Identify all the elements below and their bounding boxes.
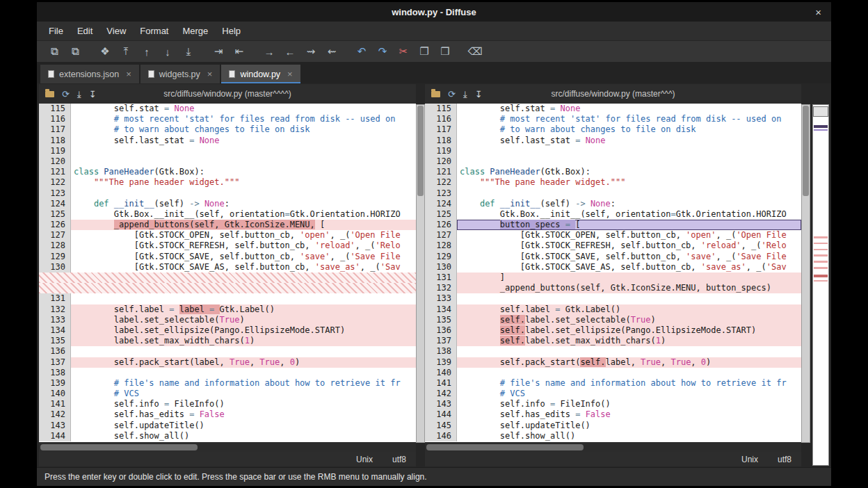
clear-edits-button[interactable]: ⌫ — [465, 43, 485, 60]
tab-close-button[interactable]: × — [287, 69, 293, 79]
code-line-129[interactable]: 129 [Gtk.STOCK_SAVE, self.button_cb, 'sa… — [39, 252, 416, 262]
code-line-139[interactable]: 139 self.pack_start(self.label, True, Tr… — [425, 357, 801, 368]
code-line-117[interactable]: 117 # to warn about changes to file on d… — [39, 124, 416, 135]
code-line-134[interactable]: 134 label.set_ellipsize(Pango.EllipsizeM… — [39, 325, 416, 336]
overview-diff-mark[interactable] — [814, 275, 828, 277]
code-line-126[interactable]: 126 button_specs = [ — [425, 220, 801, 230]
code-line-136[interactable]: 136 — [39, 346, 416, 357]
code-line-132[interactable]: 132 self.label = label = Gtk.Label() — [39, 304, 416, 315]
code-line-121[interactable]: 121class PaneHeader(Gtk.Box): — [39, 167, 416, 177]
overview-diff-mark[interactable] — [814, 125, 828, 128]
code-line-141[interactable]: 141 # file's name and information about … — [425, 378, 801, 389]
code-line-139[interactable]: 139 # file's name and information about … — [39, 378, 416, 389]
tab-widgets-py[interactable]: widgets.py× — [140, 65, 220, 83]
copy-button[interactable]: ❐ — [414, 43, 435, 60]
code-line-124[interactable]: 124 def __init__(self) -> None: — [425, 199, 801, 209]
code-line-137[interactable]: 137 self.pack_start(label, True, True, 0… — [39, 357, 416, 368]
overview-diff-mark[interactable] — [814, 129, 828, 131]
left-vertical-scrollbar-thumb[interactable] — [417, 106, 424, 196]
code-line-144[interactable]: 144 self.has_edits = False — [425, 409, 801, 420]
code-line-119[interactable]: 119 — [425, 146, 801, 156]
code-line-115[interactable]: 115 self.stat = None — [425, 104, 801, 114]
code-line-120[interactable]: 120 — [39, 156, 416, 167]
overview-diff-mark[interactable] — [814, 261, 828, 263]
code-line-133[interactable]: 133 label.set_selectable(True) — [39, 315, 416, 325]
code-line-132[interactable]: 132 _append_buttons(self, Gtk.IconSize.M… — [425, 283, 801, 293]
code-line-131[interactable]: 131 ] — [425, 273, 801, 283]
overview-diff-mark[interactable] — [814, 249, 828, 251]
copy-right-into-selection-button[interactable]: ← — [280, 43, 300, 60]
code-line-135[interactable]: 135 self.label.set_selectable(True) — [425, 315, 801, 325]
right-vertical-scrollbar-thumb[interactable] — [803, 106, 809, 196]
code-line-142[interactable]: 142 self.has_edits = False — [39, 409, 416, 420]
open-file-icon[interactable] — [431, 91, 440, 97]
new-3way-file-merge-button[interactable]: ⧉ — [65, 43, 86, 60]
overview-diff-mark[interactable] — [814, 267, 828, 269]
code-line-125[interactable]: 125 Gtk.Box.__init__(self, orientation=G… — [39, 209, 416, 220]
save-file-as-icon[interactable]: ↧ — [89, 90, 97, 99]
diff-overview-map[interactable] — [812, 104, 829, 466]
overview-diff-mark[interactable] — [814, 236, 828, 238]
code-line-118[interactable]: 118 self.last_stat = None — [39, 136, 416, 146]
overview-diff-mark[interactable] — [814, 254, 828, 257]
reload-file-icon[interactable]: ⟳ — [448, 90, 456, 99]
code-line-116[interactable]: 116 # most recent 'stat' for files read … — [39, 114, 416, 124]
code-line-121[interactable]: 121class PaneHeader(Gtk.Box): — [425, 167, 801, 177]
code-line-142[interactable]: 142 # VCS — [425, 389, 801, 399]
code-line-135[interactable]: 135 label.set_max_width_chars(1) — [39, 336, 416, 346]
code-line-140[interactable]: 140 # VCS — [39, 389, 416, 399]
code-line-136[interactable]: 136 self.label.set_ellipsize(Pango.Ellip… — [425, 325, 801, 336]
code-line-124[interactable]: 124 def __init__(self) -> None: — [39, 199, 416, 209]
code-line-127[interactable]: 127 [Gtk.STOCK_OPEN, self.button_cb, 'op… — [39, 230, 416, 241]
right-horizontal-scrollbar-thumb[interactable] — [426, 444, 584, 450]
menu-merge[interactable]: Merge — [176, 23, 214, 39]
menu-file[interactable]: File — [42, 23, 70, 39]
tab-window-py[interactable]: window.py× — [221, 65, 300, 83]
save-file-as-icon[interactable]: ↧ — [475, 90, 483, 99]
code-line-143[interactable]: 143 self.updateTitle() — [39, 421, 416, 431]
code-line-137[interactable]: 137 self.label.set_max_width_chars(1) — [425, 336, 801, 346]
code-line-116[interactable]: 116 # most recent 'stat' for files read … — [425, 114, 801, 124]
paste-button[interactable]: ❒ — [435, 43, 456, 60]
copy-selection-left-button[interactable]: ⇤ — [229, 43, 250, 60]
code-line-134[interactable]: 134 self.label = Gtk.Label() — [425, 304, 801, 315]
left-horizontal-scrollbar-thumb[interactable] — [40, 444, 198, 450]
code-line-115[interactable]: 115 self.stat = None — [39, 104, 416, 114]
open-file-icon[interactable] — [45, 91, 54, 97]
code-line-130[interactable]: 130 [Gtk.STOCK_SAVE_AS, self.button_cb, … — [39, 262, 416, 273]
diff-gap-row[interactable] — [39, 273, 416, 283]
save-file-icon[interactable]: ⤓ — [77, 90, 81, 99]
code-line-123[interactable]: 123 — [39, 188, 416, 199]
code-line-119[interactable]: 119 — [39, 146, 416, 156]
code-line-123[interactable]: 123 — [425, 188, 801, 199]
realign-all-button[interactable]: ❖ — [95, 43, 115, 60]
code-line-131[interactable]: 131 — [39, 293, 416, 304]
merge-from-right-then-left-button[interactable]: ⇜ — [321, 43, 342, 60]
code-line-117[interactable]: 117 # to warn about changes to file on d… — [425, 124, 801, 135]
copy-selection-right-button[interactable]: ⇥ — [208, 43, 229, 60]
last-difference-button[interactable]: ⤓ — [178, 43, 199, 60]
save-file-icon[interactable]: ⤓ — [463, 90, 467, 99]
left-vertical-scrollbar[interactable] — [416, 104, 425, 443]
code-line-126[interactable]: 126 _append_buttons(self, Gtk.IconSize.M… — [39, 220, 416, 230]
next-difference-button[interactable]: ↓ — [157, 43, 178, 60]
copy-left-into-selection-button[interactable]: → — [259, 43, 280, 60]
code-line-130[interactable]: 130 [Gtk.STOCK_SAVE_AS, self.button_cb, … — [425, 262, 801, 273]
first-difference-button[interactable]: ⤒ — [115, 43, 136, 60]
overview-viewport[interactable] — [813, 106, 828, 117]
code-line-129[interactable]: 129 [Gtk.STOCK_SAVE, self.button_cb, 'sa… — [425, 252, 801, 262]
redo-button[interactable]: ↷ — [372, 43, 393, 60]
tab-close-button[interactable]: × — [126, 69, 131, 79]
previous-difference-button[interactable]: ↑ — [136, 43, 157, 60]
window-close-button[interactable]: × — [815, 6, 821, 18]
right-horizontal-scrollbar[interactable] — [425, 442, 801, 452]
code-line-128[interactable]: 128 [Gtk.STOCK_REFRESH, self.button_cb, … — [39, 241, 416, 251]
code-line-122[interactable]: 122 """The pane header widget.""" — [425, 177, 801, 188]
overview-diff-mark[interactable] — [814, 280, 828, 282]
left-code-editor[interactable]: 115 self.stat = None116 # most recent 's… — [39, 104, 416, 442]
new-2way-file-merge-button[interactable]: ⧉ — [44, 43, 65, 60]
code-line-120[interactable]: 120 — [425, 156, 801, 167]
menu-format[interactable]: Format — [134, 23, 175, 39]
code-line-118[interactable]: 118 self.last_stat = None — [425, 136, 801, 146]
right-code-editor[interactable]: 115 self.stat = None116 # most recent 's… — [425, 104, 801, 442]
